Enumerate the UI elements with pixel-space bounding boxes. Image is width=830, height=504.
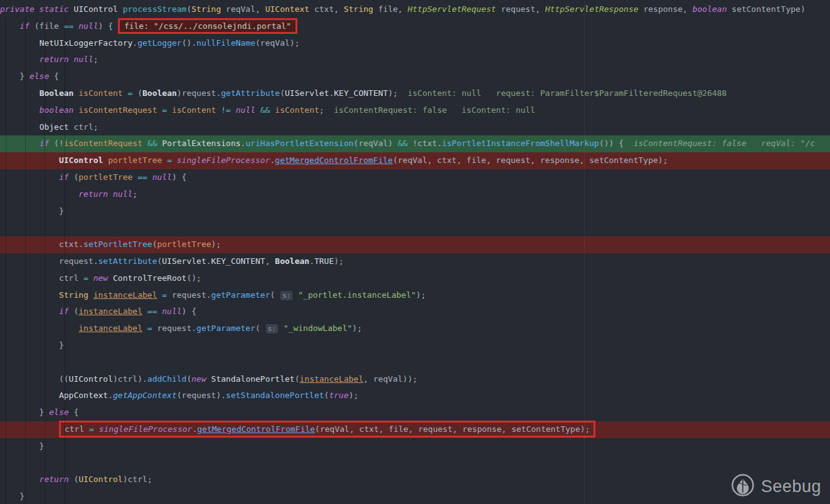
code-token: ; [93, 55, 98, 64]
indent-guide [6, 17, 6, 504]
code-line-18[interactable]: String instanceLabel = request.getParame… [0, 287, 830, 304]
code-token: UIControl [69, 374, 113, 384]
seebug-logo: Seebug [730, 473, 821, 500]
debug-inline-hint: isContentRequest: false reqVal: "/c [634, 139, 816, 148]
right-margin-guide [584, 0, 585, 504]
code-token: == [64, 21, 74, 31]
code-token: )ctrl; [123, 475, 152, 484]
code-line-24[interactable]: AppContext.getAppContext(request).setSta… [0, 387, 830, 404]
code-token [231, 105, 236, 115]
code-token: UIControl [78, 475, 122, 484]
code-line-4[interactable]: return null; [0, 51, 830, 68]
code-token: String [344, 4, 373, 14]
code-token: ; [319, 105, 334, 115]
code-line-7[interactable]: boolean isContentRequest = isContent != … [0, 102, 830, 119]
code-line-27[interactable]: } [0, 438, 830, 455]
code-token: true [329, 391, 348, 400]
code-token: UIContext [265, 4, 309, 14]
code-line-11[interactable]: if (portletTree == null) { [0, 169, 830, 186]
code-token: if [59, 172, 69, 182]
code-token [172, 155, 177, 165]
code-line-12[interactable]: return null; [0, 186, 830, 203]
code-token: setPortletTree [83, 239, 152, 249]
code-line-14[interactable] [0, 219, 830, 236]
code-token: reqVal, [221, 4, 265, 14]
code-line-3[interactable]: NetUIxLoggerFactory.getLogger().nullFile… [0, 35, 830, 52]
code-token: instanceLabel [299, 374, 363, 384]
code-line-25[interactable]: } else { [0, 404, 830, 421]
code-line-22[interactable] [0, 354, 830, 371]
code-token: ); [334, 256, 344, 266]
code-line-8[interactable]: Object ctrl; [0, 119, 830, 136]
code-token: ); [352, 323, 362, 333]
code-token: if [59, 307, 69, 316]
code-token: ( [69, 475, 79, 484]
code-token [118, 4, 123, 14]
code-token: ); [211, 239, 221, 249]
code-line-1[interactable]: private static UIControl processStream(S… [0, 1, 830, 18]
code-token: ); [388, 88, 407, 98]
code-token: = [89, 424, 94, 434]
code-token: AppContext [59, 391, 108, 400]
code-token: ctrl [0, 273, 83, 283]
code-token: == [147, 307, 157, 316]
code-line-29[interactable]: return (UIControl)ctrl; [0, 471, 830, 488]
code-line-5[interactable]: } else { [0, 68, 830, 85]
code-token: String [191, 4, 221, 14]
code-token: (). [182, 38, 196, 48]
code-token: (( [0, 374, 69, 384]
code-token: null [73, 55, 93, 64]
code-token: . [132, 38, 137, 48]
code-line-16[interactable]: request.setAttribute(UIServlet.KEY_CONTE… [0, 253, 830, 270]
code-editor[interactable]: private static UIControl processStream(S… [0, 0, 830, 504]
code-token [88, 290, 93, 300]
code-line-15[interactable]: ctxt.setPortletTree(portletTree); [0, 236, 830, 253]
code-token: null [113, 189, 132, 199]
code-line-26[interactable]: ctrl = singleFileProcessor.getMergedCont… [0, 421, 830, 438]
code-token: getParameter [196, 323, 255, 333]
code-line-28[interactable] [0, 455, 830, 472]
code-token: } [0, 441, 44, 451]
code-token: PortalExtensions [162, 139, 240, 148]
code-line-2[interactable]: if (file == null) { file: "/css/../conso… [0, 18, 830, 35]
code-token: UIControl [59, 155, 103, 165]
code-token: == [137, 172, 147, 182]
code-token: ControlTreeRoot [113, 273, 186, 283]
code-line-6[interactable]: Boolean isContent = (Boolean)request.get… [0, 85, 830, 102]
code-token: isContentRequest [64, 139, 142, 148]
code-token: } [0, 340, 64, 350]
code-line-20[interactable]: instanceLabel = request.getParameter( s:… [0, 320, 830, 337]
code-token: null [162, 307, 181, 316]
code-token: else [29, 71, 49, 81]
code-line-30[interactable]: } [0, 488, 830, 504]
code-token: portletTree [157, 239, 211, 249]
code-token: HttpServletRequest [408, 4, 496, 14]
code-token [0, 290, 59, 300]
code-token: !ctxt. [408, 139, 442, 148]
code-token: ctrl [65, 424, 89, 434]
code-token: return [78, 189, 108, 199]
code-token [0, 21, 19, 31]
code-line-10[interactable]: UIControl portletTree = singleFileProces… [0, 152, 830, 169]
parameter-name-hint: s: [266, 324, 278, 333]
code-token: . [206, 256, 211, 266]
code-line-19[interactable]: if (instanceLabel == null) { [0, 303, 830, 320]
code-token: = [162, 105, 167, 115]
code-token: request. [152, 323, 196, 333]
code-token: && [398, 139, 408, 148]
code-line-23[interactable]: ((UIControl)ctrl).addChild(new Standalon… [0, 371, 830, 388]
code-token [142, 307, 147, 316]
code-token [162, 155, 167, 165]
code-line-21[interactable]: } [0, 337, 830, 354]
code-token: Boolean [142, 88, 177, 98]
code-token: != [221, 105, 231, 115]
code-line-17[interactable]: ctrl = new ControlTreeRoot(); [0, 270, 830, 287]
editor-screenshot: { "colors":{ "bg":"#262a32","fg":"#abb2b… [0, 0, 830, 504]
code-token: UIServlet [285, 88, 329, 98]
code-token: portletTree [108, 155, 162, 165]
code-line-13[interactable]: } [0, 203, 830, 220]
code-token: { [49, 71, 59, 81]
code-line-9[interactable]: if (!isContentRequest && PortalExtension… [0, 135, 830, 152]
debug-inline-hint: isContentRequest: false isContent: null [334, 105, 535, 115]
code-token: , [265, 256, 275, 266]
